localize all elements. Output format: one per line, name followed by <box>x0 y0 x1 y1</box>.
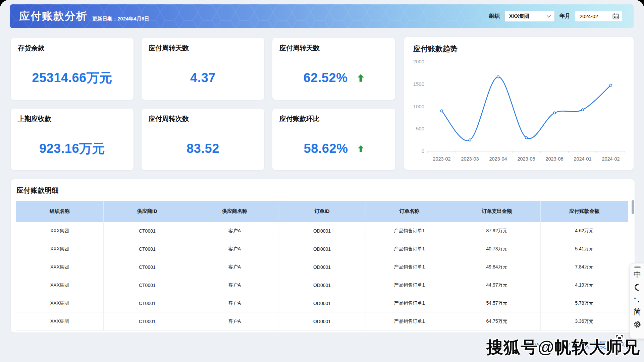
table-cell: XXX集团 <box>16 258 104 276</box>
page-title: 应付账款分析 <box>19 9 88 24</box>
chevron-down-icon <box>546 15 551 18</box>
table-cell: 49.84万元 <box>453 258 541 276</box>
svg-text:1500: 1500 <box>413 81 424 87</box>
kpi-title: 应付周转天数 <box>272 38 395 53</box>
calendar-icon[interactable] <box>612 13 619 20</box>
table-cell: OD0001 <box>278 312 366 330</box>
period-date-value: 2024-02 <box>580 13 612 19</box>
table-cell: 客户A <box>191 294 278 312</box>
period-filter-label: 年月 <box>559 13 570 20</box>
table-column-header: 应付账款金额 <box>540 201 628 222</box>
ime-half-width-button[interactable] <box>633 281 642 293</box>
table-cell: 5.41万元 <box>540 240 628 258</box>
table-cell: 客户A <box>191 222 278 240</box>
table-cell: 64.75万元 <box>453 312 541 330</box>
crescent-moon-icon <box>634 284 641 291</box>
table-cell: 4.19万元 <box>540 276 628 294</box>
svg-text:2023-05: 2023-05 <box>517 156 535 162</box>
ime-punctuation-button[interactable]: °， <box>633 293 642 306</box>
table-cell: 5.78万元 <box>540 294 628 312</box>
svg-text:0: 0 <box>422 148 424 154</box>
table-column-header: 供应商ID <box>104 201 191 222</box>
ime-toolbar: 中 °， 简 <box>630 263 644 339</box>
kpi-value: 25314.66万元 <box>32 69 112 86</box>
table-cell: 产品销售订单1 <box>366 240 453 258</box>
table-cell: XXX集团 <box>16 276 104 294</box>
org-select-value: XXX集团 <box>509 13 546 19</box>
table-cell: 客户A <box>191 276 278 294</box>
kpi-value: 923.16万元 <box>39 140 105 157</box>
chinese-mode-glyph: 中 <box>634 269 641 280</box>
payables-detail-card: 应付账款明细 组织名称供应商ID供应商名称订单ID订单名称订单支出金额应付账款金… <box>11 179 635 333</box>
dashboard-page: 应付账款分析 更新日期：2024年4月8日 组织 XXX集团 年月 2024-0… <box>0 0 644 362</box>
svg-text:2023-03: 2023-03 <box>461 156 479 162</box>
kpi-card-payable-turnover-days: 应付周转天数 4.37 <box>142 38 264 100</box>
header-filters: 组织 XXX集团 年月 2024-02 <box>489 4 622 28</box>
kpi-title: 存货余款 <box>11 38 133 53</box>
table-cell: 客户A <box>191 312 278 330</box>
table-row: XXX集团CT0001客户AOD0001产品销售订单187.92万元4.62万元 <box>16 222 628 240</box>
table-column-header: 组织名称 <box>16 201 104 222</box>
table-cell: 4.62万元 <box>540 222 628 240</box>
table-cell: CT0001 <box>104 222 191 240</box>
table-header-row: 组织名称供应商ID供应商名称订单ID订单名称订单支出金额应付账款金额 <box>16 201 628 222</box>
table-cell: 7.84万元 <box>540 258 628 276</box>
chart-title: 应付账款趋势 <box>404 37 634 54</box>
svg-text:2024-01: 2024-01 <box>574 156 591 162</box>
gear-icon <box>633 320 641 328</box>
kpi-card-payable-turnover-count: 应付周转次数 83.52 <box>142 109 264 170</box>
kpi-card-inventory-balance: 存货余款 25314.66万元 <box>11 38 133 100</box>
payables-table: 组织名称供应商ID供应商名称订单ID订单名称订单支出金额应付账款金额 XXX集团… <box>16 201 628 330</box>
table-cell: OD0001 <box>278 294 366 312</box>
svg-text:500: 500 <box>416 126 424 131</box>
table-cell: XXX集团 <box>16 222 104 240</box>
svg-text:2023-06: 2023-06 <box>545 156 563 162</box>
kpi-value: 62.52% <box>304 71 348 85</box>
kpi-card-prior-receivables: 上期应收款 923.16万元 <box>11 109 133 170</box>
table-cell: CT0001 <box>104 312 191 330</box>
table-row: XXX集团CT0001客户AOD0001产品销售订单164.75万元3.36万元 <box>16 312 628 330</box>
table-title: 应付账款明细 <box>11 179 635 195</box>
ime-settings-button[interactable] <box>633 318 642 330</box>
table-cell: 产品销售订单1 <box>366 258 453 276</box>
ime-minimize-handle[interactable] <box>634 266 641 268</box>
sohu-watermark: 搜狐号@帆软大师兄 <box>486 336 640 359</box>
table-cell: CT0001 <box>104 294 191 312</box>
table-cell: CT0001 <box>104 276 191 294</box>
svg-text:2000: 2000 <box>413 59 424 64</box>
table-cell: 客户A <box>191 240 278 258</box>
table-column-header: 订单名称 <box>366 201 453 222</box>
table-cell: XXX集团 <box>16 294 104 312</box>
table-cell: 44.97万元 <box>453 276 541 294</box>
table-cell: 客户A <box>191 258 278 276</box>
svg-text:2024-02: 2024-02 <box>602 156 620 162</box>
table-row: XXX集团CT0001客户AOD0001产品销售订单144.97万元4.19万元 <box>16 276 628 294</box>
table-cell: 产品销售订单1 <box>366 276 453 294</box>
header-banner: 应付账款分析 更新日期：2024年4月8日 组织 XXX集团 年月 2024-0… <box>10 4 634 28</box>
table-column-header: 订单ID <box>278 201 366 222</box>
period-date-input[interactable]: 2024-02 <box>575 11 622 22</box>
table-cell: OD0001 <box>278 276 366 294</box>
table-row: XXX集团CT0001客户AOD0001产品销售订单149.84万元7.84万元 <box>16 258 628 276</box>
kpi-title: 应付周转次数 <box>142 109 264 123</box>
table-cell: OD0001 <box>278 222 366 240</box>
table-column-header: 供应商名称 <box>191 201 278 222</box>
table-cell: 产品销售订单1 <box>366 222 453 240</box>
simplified-glyph: 简 <box>634 307 641 317</box>
table-cell: 87.92万元 <box>453 222 541 240</box>
ime-simplified-button[interactable]: 简 <box>633 306 642 318</box>
kpi-value: 4.37 <box>190 71 216 85</box>
punctuation-glyph: °， <box>634 296 641 304</box>
update-date-label: 更新日期：2024年4月8日 <box>92 16 149 22</box>
org-filter-label: 组织 <box>489 13 500 20</box>
table-cell: 40.73万元 <box>453 240 541 258</box>
table-cell: 产品销售订单1 <box>366 312 453 330</box>
table-cell: CT0001 <box>104 240 191 258</box>
table-row: XXX集团CT0001客户AOD0001产品销售订单140.73万元5.41万元 <box>16 240 628 258</box>
svg-text:2023-04: 2023-04 <box>489 156 507 162</box>
table-scrollbar-thumb[interactable] <box>632 200 634 214</box>
ime-chinese-mode-button[interactable]: 中 <box>633 268 642 281</box>
table-cell: OD0001 <box>278 258 366 276</box>
trend-up-arrow-icon <box>358 145 364 152</box>
org-select[interactable]: XXX集团 <box>504 11 555 22</box>
